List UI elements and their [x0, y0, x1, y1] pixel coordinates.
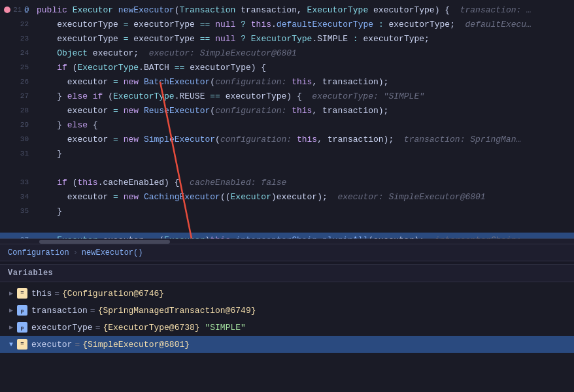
- variable-list: ▶ = this = {Configuration@6746} ▶ p tran…: [0, 282, 574, 392]
- line-gutter-28: 28: [0, 106, 37, 114]
- breadcrumb-bar: Configuration › newExecutor(): [0, 244, 574, 261]
- code-line-empty2: [0, 218, 574, 233]
- line-gutter-35: 35: [0, 207, 37, 215]
- code-text-22: executorType = executorType == null ? th…: [37, 20, 569, 29]
- code-line-31: 31 }: [0, 146, 574, 161]
- code-text-27: } else if (ExecutorType.REUSE == executo…: [37, 91, 569, 101]
- line-gutter-25: 25: [0, 63, 37, 71]
- var-value-transaction: {SpringManagedTransaction@6749}: [98, 306, 256, 316]
- var-value-this: {Configuration@6746}: [62, 289, 164, 299]
- var-value-executor: {SimpleExecutor@6801}: [82, 340, 190, 350]
- code-text-21: public Executor newExecutor(Transaction …: [37, 5, 569, 15]
- code-line-28: 28 executor = new ReuseExecutor( configu…: [0, 103, 574, 118]
- code-text-34: executor = new CachingExecutor((Executor…: [37, 192, 569, 202]
- var-icon-executortype: p: [17, 322, 27, 333]
- line-number: 21: [13, 6, 22, 14]
- code-line-empty1: [0, 161, 574, 175]
- code-text-empty2: [37, 221, 569, 231]
- code-line-29: 29 } else {: [0, 118, 574, 132]
- code-text-25: if (ExecutorType.BATCH == executorType) …: [37, 63, 569, 73]
- var-icon-this: =: [17, 288, 27, 299]
- line-gutter-22: 22: [0, 20, 37, 28]
- breadcrumb-separator: ›: [73, 248, 78, 257]
- code-line-26: 26 executor = new BatchExecutor( configu…: [0, 74, 574, 89]
- code-text-24: Object executor; executor: SimpleExecuto…: [37, 48, 569, 58]
- code-text-30: executor = new SimpleExecutor( configura…: [37, 135, 569, 144]
- code-line-37: ▶ 37 Executor executor = (Executor)this.…: [0, 233, 574, 238]
- execution-arrow: ▶: [12, 236, 16, 239]
- code-line-25: 25 if (ExecutorType.BATCH == executorTyp…: [0, 60, 574, 74]
- code-text-37: Executor executor = (Executor)this.inter…: [37, 235, 569, 239]
- code-line-27: 27 } else if (ExecutorType.REUSE == exec…: [0, 89, 574, 103]
- code-content: 21 @ public Executor newExecutor(Transac…: [0, 0, 574, 238]
- breadcrumb-method[interactable]: newExecutor(): [82, 248, 143, 257]
- breadcrumb-class[interactable]: Configuration: [8, 248, 69, 257]
- line-gutter-21: 21 @: [0, 6, 37, 14]
- code-text-23: executorType = executorType == null ? Ex…: [37, 34, 569, 44]
- code-line-30: 30 executor = new SimpleExecutor( config…: [0, 132, 574, 146]
- code-text-28: executor = new ReuseExecutor( configurat…: [37, 106, 569, 116]
- var-expand-executor[interactable]: ▼: [5, 338, 17, 350]
- var-expand-executortype[interactable]: ▶: [5, 321, 17, 333]
- debug-cursor: @: [24, 6, 29, 14]
- code-line-33: 33 if (this.cacheEnabled) { cacheEnabled…: [0, 175, 574, 189]
- var-expand-transaction[interactable]: ▶: [5, 304, 17, 316]
- line-gutter-24: 24: [0, 49, 37, 57]
- code-text-33: if (this.cacheEnabled) { cacheEnabled: f…: [37, 178, 569, 188]
- variable-executortype[interactable]: ▶ p executorType = {ExecutorType@6738} "…: [0, 319, 574, 336]
- line-gutter-34: 34: [0, 193, 37, 201]
- code-line-34: 34 executor = new CachingExecutor((Execu…: [0, 189, 574, 204]
- code-line-35: 35 }: [0, 204, 574, 218]
- var-icon-executor: =: [17, 339, 27, 350]
- line-gutter-27: 27: [0, 92, 37, 100]
- code-editor: 21 @ public Executor newExecutor(Transac…: [0, 0, 574, 261]
- line-gutter-30: 30: [0, 135, 37, 143]
- code-text-31: }: [37, 149, 569, 159]
- line-gutter-26: 26: [0, 78, 37, 86]
- code-text-35: }: [37, 206, 569, 216]
- line-gutter-23: 23: [0, 35, 37, 42]
- horizontal-scrollbar[interactable]: [0, 238, 574, 244]
- line-gutter-29: 29: [0, 121, 37, 129]
- variable-transaction[interactable]: ▶ p transaction = {SpringManagedTransact…: [0, 302, 574, 319]
- variables-panel: Variables ▶ = this = {Configuration@6746…: [0, 265, 574, 392]
- code-text-26: executor = new BatchExecutor( configurat…: [37, 77, 569, 87]
- variables-panel-header: Variables: [0, 265, 574, 282]
- var-name-this: this: [31, 289, 52, 299]
- code-line-24: 24 Object executor; executor: SimpleExec…: [0, 46, 574, 60]
- code-line-23: 23 executorType = executorType == null ?…: [0, 31, 574, 46]
- var-name-executor: executor: [31, 340, 72, 350]
- line-gutter-33: 33: [0, 178, 37, 186]
- line-gutter-31: 31: [0, 150, 37, 157]
- code-line-21: 21 @ public Executor newExecutor(Transac…: [0, 3, 574, 17]
- var-expand-this[interactable]: ▶: [5, 287, 17, 299]
- line-number-37: 37: [20, 236, 29, 238]
- code-text-29: } else {: [37, 120, 569, 130]
- code-text-empty1: [37, 163, 569, 173]
- var-value-executortype: {ExecutorType@6738} "SIMPLE": [103, 323, 245, 333]
- var-name-executortype: executorType: [31, 323, 93, 333]
- variable-this[interactable]: ▶ = this = {Configuration@6746}: [0, 285, 574, 302]
- code-line-22: 22 executorType = executorType == null ?…: [0, 17, 574, 31]
- line-gutter-37: ▶ 37: [0, 236, 37, 239]
- var-icon-transaction: p: [17, 305, 27, 316]
- variable-executor[interactable]: ▼ = executor = {SimpleExecutor@6801}: [0, 336, 574, 353]
- var-name-transaction: transaction: [31, 306, 88, 316]
- breakpoint-indicator: [4, 7, 10, 13]
